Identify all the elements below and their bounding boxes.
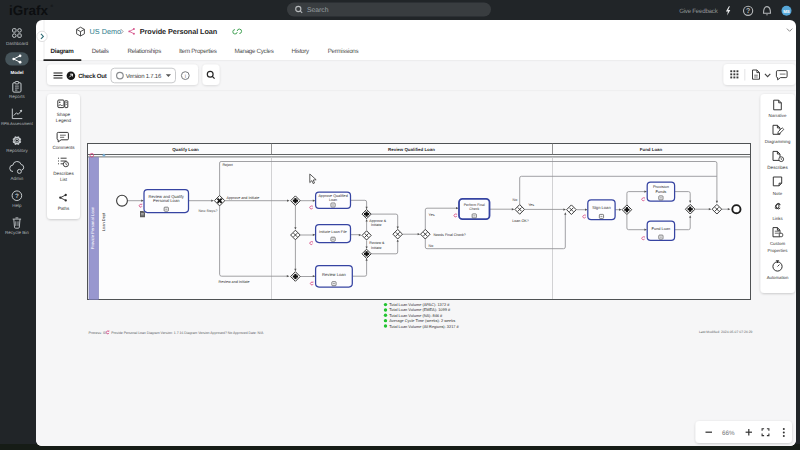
svg-text:Perform Final: Perform Final [464,203,485,207]
svg-text:i: i [185,73,186,80]
svg-text:Shape: Shape [57,112,71,117]
svg-text:Model: Model [10,70,23,75]
svg-text:Review and Initiate: Review and Initiate [219,280,250,284]
svg-text:Review Loan: Review Loan [322,272,346,277]
svg-text:Sign Loan: Sign Loan [592,205,611,210]
svg-text:Provide Personal Loan: Provide Personal Loan [90,206,95,249]
svg-text:Comments: Comments [52,145,75,150]
svg-text:MS: MS [783,9,790,14]
svg-text:Narrative: Narrative [769,113,787,118]
svg-text:Automation: Automation [767,275,789,280]
svg-text:Recycle Bin: Recycle Bin [5,230,29,235]
svg-text:Custom: Custom [770,241,785,246]
svg-text:Review &: Review & [369,241,385,245]
svg-text:Reject: Reject [223,163,233,167]
svg-text:Loan Dept: Loan Dept [101,212,106,231]
svg-text:Manage Cycles: Manage Cycles [234,48,273,55]
svg-text:New Steps?: New Steps? [199,209,218,213]
svg-text:List: List [60,177,68,182]
svg-text:Dashboard: Dashboard [6,41,29,46]
svg-text:Approve &: Approve & [369,219,386,223]
svg-text:Personal Loan: Personal Loan [153,198,180,203]
svg-text:No: No [513,198,518,202]
svg-text:RPA Assessment: RPA Assessment [1,121,34,126]
svg-text:Initiate: Initiate [371,223,382,227]
svg-text:Links: Links [772,216,783,221]
svg-text:Note: Note [773,191,783,196]
svg-text:Details: Details [92,48,109,55]
svg-text:66%: 66% [722,430,735,437]
svg-text:Search: Search [307,7,329,14]
svg-text:Fund Loan: Fund Loan [652,226,671,231]
svg-text:Yes: Yes [528,203,534,207]
svg-text:Initiate: Initiate [371,246,382,250]
svg-text:Process: ID: Process: ID [88,331,107,335]
svg-text:No: No [429,244,434,248]
svg-text:®: ® [51,4,54,8]
svg-text:Help: Help [12,203,22,208]
svg-text:Review Qualified Loan: Review Qualified Loan [388,147,435,152]
svg-text:Describes: Describes [53,171,74,176]
svg-text:Permissions: Permissions [328,48,359,55]
svg-text:Provide Personal Loan: Provide Personal Loan [140,27,217,36]
svg-text:Total Loan Volume (NA): 846 #: Total Loan Volume (NA): 846 # [389,313,443,318]
svg-text:Qualify Loan: Qualify Loan [172,147,199,152]
svg-text:Diagram: Diagram [51,48,75,55]
svg-text:Total Loan Volume (All Regions: Total Loan Volume (All Regions): 3217 # [389,324,459,329]
svg-text:Properties: Properties [767,248,788,253]
svg-text:Average Cycle Time (weeks): 2: Average Cycle Time (weeks): 2 weeks [389,318,455,323]
svg-text:iGrafx: iGrafx [9,3,49,18]
svg-text:?: ? [746,8,750,15]
svg-text:History: History [292,48,310,55]
svg-text:Yes: Yes [429,213,435,217]
svg-text:Loan OK?: Loan OK? [512,219,529,223]
svg-text:Approve and Initiate: Approve and Initiate [227,196,260,200]
svg-text:Provide Personal Loan Diagram: Provide Personal Loan Diagram Version: 1… [111,331,264,335]
svg-text:Total Loan Volume (APAC): 1372: Total Loan Volume (APAC): 1372 # [389,302,450,307]
svg-text:Last Modified: 2024-05-07 07:2: Last Modified: 2024-05-07 07:26:29 [699,330,753,334]
svg-text:Paths: Paths [58,206,70,211]
svg-text:Admin: Admin [11,176,24,181]
svg-text:Diagramming: Diagramming [765,139,791,144]
svg-text:?: ? [15,193,19,200]
svg-text:Repository: Repository [6,148,28,153]
svg-text:Check Out: Check Out [78,73,107,80]
svg-text:Describes: Describes [767,165,788,170]
svg-text:Legend: Legend [56,118,72,123]
svg-text:Reports: Reports [9,94,26,99]
svg-text:Total Loan Volume (EMEA): 1099: Total Loan Volume (EMEA): 1099 # [389,307,451,312]
svg-text:Funds: Funds [655,189,666,194]
svg-text:Initiate Loan File: Initiate Loan File [319,230,347,234]
svg-text:Give Feedback: Give Feedback [679,8,719,15]
svg-text:Approve Qualified: Approve Qualified [318,194,347,198]
svg-text:Fund Loan: Fund Loan [640,147,663,152]
svg-text:US Demo: US Demo [90,27,122,36]
svg-text:Needs Final Check?: Needs Final Check? [434,233,466,237]
svg-text:Version 1.7.16: Version 1.7.16 [126,73,162,80]
svg-text:Relationships: Relationships [127,48,161,55]
svg-text:Check: Check [469,207,479,211]
svg-text:Item Properties: Item Properties [179,48,217,55]
svg-text:Loan: Loan [329,198,337,202]
